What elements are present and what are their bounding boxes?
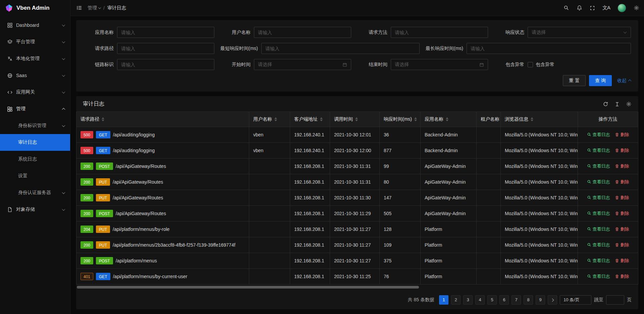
notification-bell-icon[interactable]	[577, 5, 582, 11]
user-name-input[interactable]	[254, 27, 351, 38]
trace-id-input[interactable]	[117, 59, 214, 70]
delete-link[interactable]: 删除	[615, 147, 629, 153]
sidebar-subitem-label: 身份标识管理	[18, 123, 62, 129]
sort-icon	[355, 117, 358, 121]
sidebar-fold-icon[interactable]	[76, 5, 82, 11]
table-row: 500GET/api/auditing/logging vben 192.168…	[76, 127, 638, 143]
sidebar-subitem-system-log[interactable]: 系统日志	[0, 151, 70, 168]
gateway-icon	[7, 89, 13, 95]
view-log-link[interactable]: 查看日志	[587, 179, 610, 185]
view-log-link[interactable]: 查看日志	[587, 147, 610, 153]
pagination-page-8[interactable]: 8	[524, 295, 533, 305]
column-header-tenant[interactable]: 租户名称	[477, 112, 501, 127]
view-log-link[interactable]: 查看日志	[587, 226, 610, 232]
delete-link[interactable]: 删除	[615, 132, 629, 138]
min-response-time-input[interactable]	[261, 43, 420, 54]
user-cell	[249, 269, 290, 285]
avatar[interactable]	[618, 4, 626, 12]
search-icon[interactable]	[564, 5, 569, 11]
browser-cell: Mozilla/5.0 (Windows NT 10.0; Win	[501, 253, 578, 269]
column-header-path[interactable]: 请求路径	[76, 112, 249, 127]
page-size-select[interactable]: 10 条/页	[560, 295, 591, 305]
status-badge: 200	[80, 178, 93, 186]
collapse-filter-link[interactable]: 收起	[617, 78, 631, 84]
pagination-next-button[interactable]	[548, 295, 557, 305]
refresh-icon[interactable]	[603, 101, 608, 107]
request-path-input[interactable]	[117, 43, 214, 54]
pagination-page-6[interactable]: 6	[499, 295, 509, 305]
pagination-page-4[interactable]: 4	[475, 295, 485, 305]
sidebar-subitem-audit-log[interactable]: 审计日志	[0, 134, 70, 151]
sidebar-subitem-settings[interactable]: 设置	[0, 168, 70, 184]
sidebar-item-manage[interactable]: 管理	[0, 101, 70, 117]
view-log-link[interactable]: 查看日志	[587, 210, 610, 216]
status-badge: 204	[80, 226, 93, 233]
view-log-link[interactable]: 查看日志	[587, 163, 610, 169]
status-badge: 200	[80, 210, 93, 217]
sidebar-item-dashboard[interactable]: Dashboard	[0, 17, 70, 34]
sidebar-item-label: 对象存储	[16, 206, 59, 212]
breadcrumb-item-manage[interactable]: 管理	[88, 5, 101, 11]
fullscreen-icon[interactable]	[590, 5, 595, 11]
column-header-app[interactable]: 应用名称	[421, 112, 477, 127]
logo[interactable]: Vben Admin	[0, 0, 70, 16]
column-header-browser[interactable]: 浏览器信息	[501, 112, 578, 127]
sidebar-item-object-storage[interactable]: 对象存储	[0, 201, 70, 218]
app-name-input[interactable]	[117, 27, 214, 38]
pagination-page-2[interactable]: 2	[451, 295, 461, 305]
sidebar-item-localization[interactable]: 本地化管理	[0, 50, 70, 67]
reset-button[interactable]: 重 置	[563, 75, 586, 86]
tenant-cell	[477, 269, 501, 285]
delete-link[interactable]: 删除	[615, 195, 629, 201]
view-log-link[interactable]: 查看日志	[587, 242, 610, 248]
request-path: /api/ApiGateway/Routes	[113, 179, 163, 185]
sidebar-subitem-auth-server[interactable]: 身份认证服务器	[0, 184, 70, 201]
delete-link[interactable]: 删除	[615, 242, 629, 248]
delete-link[interactable]: 删除	[615, 258, 629, 264]
sidebar-item-platform[interactable]: 平台管理	[0, 34, 70, 50]
delete-link[interactable]: 删除	[615, 179, 629, 185]
column-header-client[interactable]: 客户端地址	[290, 112, 330, 127]
horizontal-scrollbar-thumb[interactable]	[77, 286, 419, 289]
max-response-time-input[interactable]	[467, 43, 631, 54]
search-button[interactable]: 查 询	[589, 75, 612, 86]
app-cell: ApiGateWay-Admin	[421, 206, 477, 222]
view-log-link[interactable]: 查看日志	[587, 273, 610, 279]
delete-link[interactable]: 删除	[615, 226, 629, 232]
view-log-link[interactable]: 查看日志	[587, 195, 610, 201]
start-time-datepicker[interactable]: 请选择	[254, 59, 351, 70]
column-settings-gear-icon[interactable]	[626, 101, 632, 107]
column-header-time[interactable]: 调用时间	[330, 112, 380, 127]
pagination-page-9[interactable]: 9	[536, 295, 545, 305]
pagination-page-3[interactable]: 3	[463, 295, 473, 305]
view-log-link[interactable]: 查看日志	[587, 132, 610, 138]
http-status-select[interactable]: 请选择	[528, 27, 631, 38]
sort-icon	[531, 117, 533, 121]
row-height-icon[interactable]	[614, 102, 620, 107]
view-log-link[interactable]: 查看日志	[587, 258, 610, 264]
sidebar-item-gateway[interactable]: 应用网关	[0, 84, 70, 101]
pagination-page-7[interactable]: 7	[512, 295, 521, 305]
end-time-datepicker[interactable]: 请选择	[391, 59, 488, 70]
pagination-page-5[interactable]: 5	[487, 295, 497, 305]
has-exception-checkbox[interactable]	[528, 62, 533, 67]
pagination-page-1[interactable]: 1	[439, 295, 448, 305]
app-cell: Platform	[421, 237, 477, 253]
gear-icon[interactable]	[634, 5, 639, 11]
time-cell: 2021-10-30 11:31	[330, 174, 380, 190]
table-row: 401GET/api/platform/menus/by-current-use…	[76, 269, 638, 285]
locale-switch-icon[interactable]: 文A	[602, 5, 610, 11]
sidebar-subitem-label: 身份认证服务器	[18, 190, 62, 196]
delete-link[interactable]: 删除	[615, 210, 629, 216]
delete-link[interactable]: 删除	[615, 273, 629, 279]
delete-link[interactable]: 删除	[615, 163, 629, 169]
chevron-down-icon	[62, 124, 65, 127]
http-method-input[interactable]	[391, 27, 488, 38]
manage-icon	[7, 106, 13, 112]
column-header-duration[interactable]: 响应时间(ms)	[380, 112, 421, 127]
sidebar-item-saas[interactable]: Saas	[0, 67, 70, 84]
column-header-user[interactable]: 用户名称	[249, 112, 290, 127]
sidebar-subitem-identity[interactable]: 身份标识管理	[0, 117, 70, 134]
sort-icon	[414, 117, 417, 121]
jump-page-input[interactable]	[606, 295, 624, 305]
